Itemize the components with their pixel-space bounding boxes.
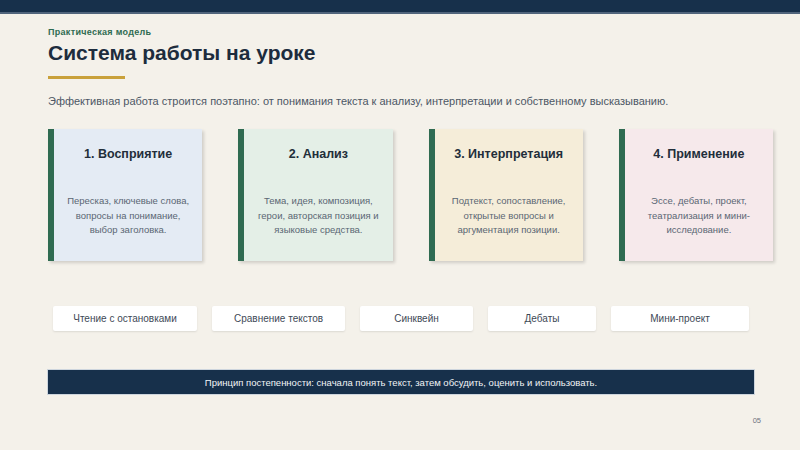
kicker-label: Практическая модель xyxy=(48,27,151,37)
card-body: Тема, идея, композиция, герои, авторская… xyxy=(252,194,384,238)
stage-card-application: 4. Применение Эссе, дебаты, проект, теат… xyxy=(619,129,773,261)
slide-subtitle: Эффективная работа строится поэтапно: от… xyxy=(48,95,668,107)
slide-title: Система работы на уроке xyxy=(48,41,316,65)
stage-card-perception: 1. Восприятие Пересказ, ключевые слова, … xyxy=(48,129,202,261)
card-title: 4. Применение xyxy=(653,147,744,161)
card-body: Эссе, дебаты, проект, театрализация и ми… xyxy=(633,194,765,238)
stages-row: 1. Восприятие Пересказ, ключевые слова, … xyxy=(48,129,773,261)
principle-banner: Принцип постепенности: сначала понять те… xyxy=(47,369,755,395)
method-pill-cinquain: Синквейн xyxy=(360,306,473,331)
method-pill-mini-project: Мини-проект xyxy=(611,306,749,331)
page-number: 05 xyxy=(753,416,761,425)
card-title: 2. Анализ xyxy=(289,147,348,161)
method-pill-debates: Дебаты xyxy=(488,306,596,331)
stage-card-interpretation: 3. Интерпретация Подтекст, сопоставление… xyxy=(429,129,583,261)
method-pill-reading-with-stops: Чтение с остановками xyxy=(53,306,197,331)
stage-card-analysis: 2. Анализ Тема, идея, композиция, герои,… xyxy=(238,129,392,261)
method-pill-text-comparison: Сравнение текстов xyxy=(212,306,345,331)
card-title: 1. Восприятие xyxy=(84,147,172,161)
card-title: 3. Интерпретация xyxy=(454,147,563,161)
card-content: 3. Интерпретация Подтекст, сопоставление… xyxy=(435,129,583,261)
card-content: 1. Восприятие Пересказ, ключевые слова, … xyxy=(54,129,202,261)
card-body: Подтекст, сопоставление, открытые вопрос… xyxy=(443,194,575,238)
card-content: 2. Анализ Тема, идея, композиция, герои,… xyxy=(244,129,392,261)
presentation-slide: Практическая модель Система работы на ур… xyxy=(0,0,800,450)
methods-row: Чтение с остановками Сравнение текстов С… xyxy=(53,306,749,331)
top-accent-bar xyxy=(0,0,800,14)
card-content: 4. Применение Эссе, дебаты, проект, теат… xyxy=(625,129,773,261)
card-body: Пересказ, ключевые слова, вопросы на пон… xyxy=(62,194,194,238)
title-underline xyxy=(48,76,125,79)
